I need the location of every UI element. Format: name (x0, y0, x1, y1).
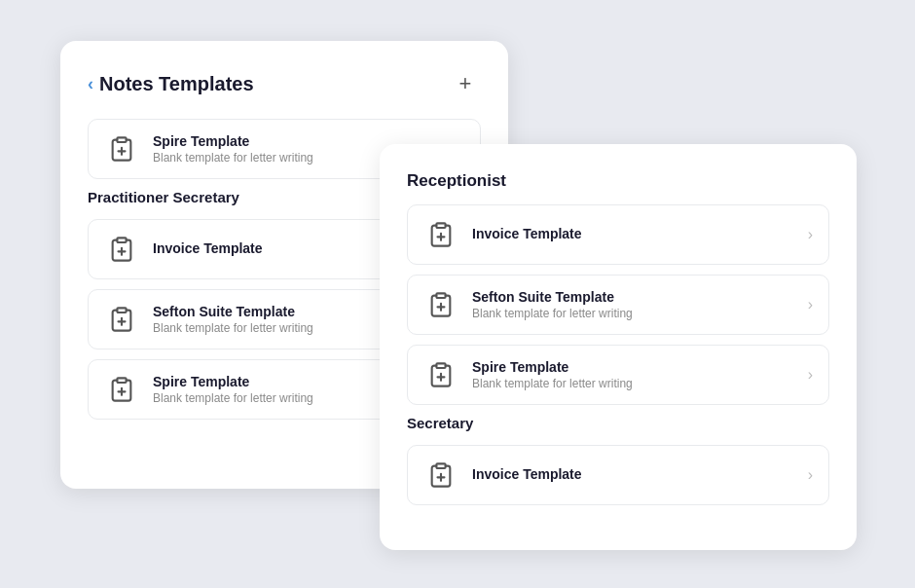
front-item-2-text: Spire Template Blank template for letter… (472, 359, 794, 390)
add-template-button[interactable]: + (450, 68, 481, 99)
front-item-1-sub: Blank template for letter writing (472, 307, 794, 320)
front-item-0-icon (423, 217, 458, 252)
back-card-title: Notes Templates (99, 73, 254, 95)
front-item-2[interactable]: Spire Template Blank template for letter… (407, 345, 829, 405)
front-item-0-name: Invoice Template (472, 226, 794, 241)
front-item-3[interactable]: Invoice Template › (407, 445, 829, 505)
front-item-1-name: Sefton Suite Template (472, 289, 794, 305)
front-item-2-chevron: › (808, 366, 813, 384)
back-chevron-icon[interactable]: ‹ (88, 74, 93, 94)
svg-rect-21 (436, 463, 445, 468)
front-card: Receptionist Invoice Template › (380, 144, 857, 550)
back-card-header: ‹ Notes Templates + (88, 68, 481, 99)
back-card-title-row: ‹ Notes Templates (88, 73, 254, 95)
front-item-1-chevron: › (808, 296, 813, 313)
front-item-3-icon (423, 458, 458, 493)
back-item-0-icon (104, 232, 139, 267)
svg-rect-15 (436, 293, 445, 298)
front-item-3-text: Invoice Template (472, 466, 794, 484)
front-item-2-icon (423, 357, 458, 392)
front-item-1-icon (423, 287, 458, 322)
svg-rect-18 (436, 363, 445, 368)
back-top-item-icon (104, 131, 139, 166)
front-item-0-text: Invoice Template (472, 226, 794, 243)
back-item-1-icon (104, 302, 139, 337)
front-item-2-sub: Blank template for letter writing (472, 377, 794, 390)
svg-rect-3 (117, 238, 126, 242)
svg-rect-0 (117, 137, 126, 142)
front-item-1[interactable]: Sefton Suite Template Blank template for… (407, 275, 829, 335)
front-section-2-label: Secretary (407, 415, 829, 431)
front-item-3-name: Invoice Template (472, 466, 794, 482)
front-item-0[interactable]: Invoice Template › (407, 204, 829, 265)
back-item-2-icon (104, 372, 139, 407)
front-item-0-chevron: › (808, 226, 813, 243)
svg-rect-12 (436, 223, 445, 228)
svg-rect-6 (117, 308, 126, 312)
svg-rect-9 (117, 378, 126, 383)
front-item-3-chevron: › (808, 466, 813, 484)
front-item-1-text: Sefton Suite Template Blank template for… (472, 289, 794, 320)
front-section-1-label: Receptionist (407, 171, 829, 191)
front-item-2-name: Spire Template (472, 359, 794, 375)
